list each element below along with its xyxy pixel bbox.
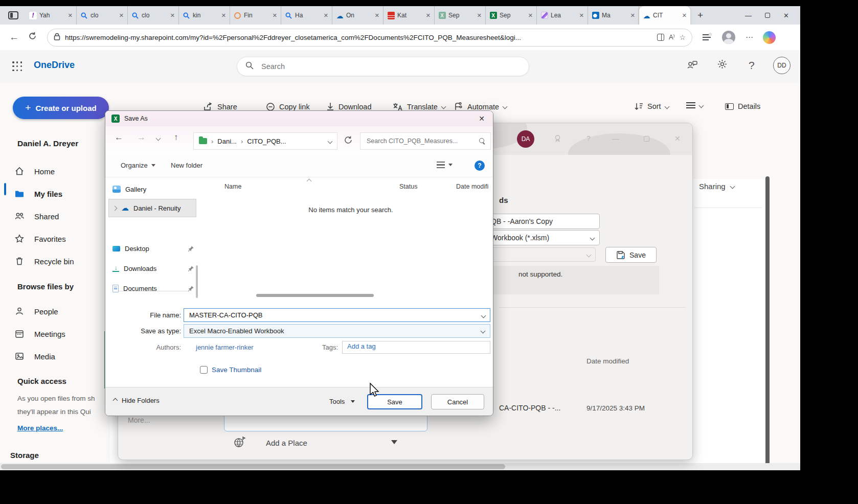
dialog-title-bar[interactable]: X Save As ✕ bbox=[105, 111, 493, 126]
sidebar-item-recycle-bin[interactable]: Recycle bin bbox=[14, 251, 107, 271]
url-bar[interactable]: https://swremodeling-my.sharepoint.com/m… bbox=[47, 29, 692, 47]
file-name-field[interactable] bbox=[184, 308, 490, 322]
sidebar-item-home[interactable]: Home bbox=[14, 161, 107, 181]
up-icon[interactable]: ↑ bbox=[174, 132, 178, 143]
hide-folders-button[interactable]: Hide Folders bbox=[114, 397, 160, 404]
browser-tab-active[interactable]: ☁ CIT ✕ bbox=[639, 6, 690, 25]
help-button[interactable]: ? bbox=[475, 161, 485, 171]
tab-close-icon[interactable]: ✕ bbox=[170, 12, 175, 19]
tab-stack-icon[interactable] bbox=[8, 11, 18, 19]
account-avatar[interactable]: DD bbox=[773, 57, 791, 74]
add-a-place-item[interactable]: Add a Place bbox=[233, 436, 307, 449]
gear-icon[interactable] bbox=[717, 59, 728, 72]
vertical-scrollbar[interactable] bbox=[765, 176, 770, 470]
nav-item-documents[interactable]: Documents bbox=[108, 281, 196, 296]
tab-close-icon[interactable]: ✕ bbox=[68, 12, 73, 19]
favorite-star-icon[interactable]: ☆ bbox=[679, 33, 686, 41]
recent-locations-icon[interactable] bbox=[156, 136, 161, 141]
sort-button[interactable]: Sort bbox=[634, 102, 669, 110]
feedback-icon[interactable] bbox=[687, 59, 698, 72]
browser-tab[interactable]: ☁ On ✕ bbox=[332, 6, 383, 25]
automate-button[interactable]: Automate bbox=[454, 102, 507, 111]
tags-field[interactable] bbox=[342, 341, 490, 354]
browser-tab[interactable]: Ma ✕ bbox=[588, 6, 639, 25]
create-or-upload-button[interactable]: + Create or upload bbox=[13, 97, 109, 119]
organize-button[interactable]: Organize bbox=[121, 162, 155, 169]
tab-close-icon[interactable]: ✕ bbox=[630, 12, 635, 19]
more-places-link[interactable]: More places... bbox=[17, 424, 63, 432]
onedrive-search[interactable] bbox=[237, 57, 529, 76]
browser-menu-icon[interactable]: ⋯ bbox=[746, 33, 754, 42]
refresh-icon[interactable] bbox=[28, 32, 37, 43]
tab-close-icon[interactable]: ✕ bbox=[273, 12, 277, 19]
sidebar-item-favorites[interactable]: Favorites bbox=[14, 228, 107, 249]
tools-button[interactable]: Tools bbox=[329, 398, 355, 405]
breadcrumb-item[interactable]: CITO_PQB... bbox=[247, 138, 286, 145]
excel-file-row-name[interactable]: CA-CITO-PQB - -... bbox=[499, 404, 560, 412]
minimize-icon[interactable]: — bbox=[745, 12, 752, 19]
nav-item-desktop[interactable]: Desktop bbox=[108, 241, 196, 256]
download-button[interactable]: Download bbox=[326, 102, 372, 111]
sharing-column-header[interactable]: Sharing bbox=[699, 182, 734, 191]
back-icon[interactable]: ← bbox=[9, 32, 19, 43]
breadcrumb[interactable]: › Dani... › CITO_PQB... bbox=[193, 132, 337, 150]
breadcrumb-item[interactable]: Dani... bbox=[217, 138, 237, 145]
file-name-input[interactable] bbox=[188, 311, 477, 319]
tab-close-icon[interactable]: ✕ bbox=[682, 12, 687, 19]
view-options-button[interactable] bbox=[686, 102, 703, 108]
excel-save-button[interactable]: Save bbox=[605, 247, 657, 263]
app-launcher-icon[interactable] bbox=[12, 61, 22, 72]
browser-tab[interactable]: Fin ✕ bbox=[230, 6, 281, 25]
browser-tab[interactable]: Ha ✕ bbox=[281, 6, 332, 25]
copilot-icon[interactable] bbox=[763, 31, 776, 44]
browser-tab[interactable]: X Sep ✕ bbox=[435, 6, 486, 25]
excel-secondary-dropdown[interactable] bbox=[486, 247, 596, 262]
tab-close-icon[interactable]: ✕ bbox=[426, 12, 431, 19]
scroll-down-icon[interactable] bbox=[391, 440, 397, 444]
browser-tab[interactable]: clo ✕ bbox=[77, 6, 128, 25]
sidebar-item-media[interactable]: Media bbox=[14, 346, 107, 366]
tags-input[interactable] bbox=[346, 342, 486, 351]
authors-value[interactable]: jennie farmer-rinker bbox=[196, 343, 254, 351]
search-input[interactable] bbox=[260, 62, 521, 71]
dialog-search-box[interactable] bbox=[360, 132, 491, 150]
list-horizontal-scrollbar[interactable] bbox=[256, 294, 374, 297]
browser-tab[interactable]: Kat ✕ bbox=[383, 6, 435, 25]
nav-item-downloads[interactable]: ↓ Downloads bbox=[108, 261, 196, 276]
excel-file-type-dropdown[interactable]: Workbook (*.xlsm) bbox=[486, 230, 600, 245]
read-aloud-icon[interactable]: A) bbox=[669, 33, 674, 41]
tab-close-icon[interactable]: ✕ bbox=[579, 12, 584, 19]
chevron-down-icon[interactable] bbox=[328, 139, 333, 144]
tab-close-icon[interactable]: ✕ bbox=[221, 12, 226, 19]
help-icon[interactable]: ? bbox=[749, 59, 755, 72]
save-as-type-dropdown[interactable]: Excel Macro-Enabled Workbook bbox=[184, 324, 490, 338]
browser-tab[interactable]: kin ✕ bbox=[179, 6, 230, 25]
dialog-search-input[interactable] bbox=[366, 137, 475, 145]
nav-item-gallery[interactable]: Gallery bbox=[108, 181, 196, 197]
translate-button[interactable]: Translate bbox=[393, 102, 445, 111]
column-header-name[interactable]: Name bbox=[224, 183, 241, 190]
view-mode-button[interactable] bbox=[437, 162, 453, 168]
url-text[interactable]: https://swremodeling-my.sharepoint.com/m… bbox=[65, 34, 652, 41]
favorites-list-icon[interactable]: ☆ bbox=[703, 34, 711, 41]
chevron-right-icon[interactable] bbox=[112, 205, 118, 211]
tab-close-icon[interactable]: ✕ bbox=[477, 12, 482, 19]
browser-tab[interactable]: ! Yah ✕ bbox=[26, 6, 77, 25]
save-thumbnail-option[interactable]: Save Thumbnail bbox=[200, 366, 261, 374]
close-icon[interactable]: ✕ bbox=[783, 12, 789, 19]
tab-close-icon[interactable]: ✕ bbox=[375, 12, 379, 19]
sidebar-item-shared[interactable]: Shared bbox=[14, 206, 107, 226]
browser-tab[interactable]: X Sep ✕ bbox=[486, 6, 537, 25]
cancel-button[interactable]: Cancel bbox=[431, 394, 484, 409]
tab-close-icon[interactable]: ✕ bbox=[528, 12, 533, 19]
checkbox-icon[interactable] bbox=[200, 366, 208, 374]
excel-file-name-field[interactable]: QB - -Aaron's Copy bbox=[486, 214, 600, 229]
tab-close-icon[interactable]: ✕ bbox=[119, 12, 124, 19]
browser-tab[interactable]: clo ✕ bbox=[128, 6, 179, 25]
chevron-down-icon[interactable] bbox=[481, 313, 486, 318]
tab-close-icon[interactable]: ✕ bbox=[324, 12, 328, 19]
sidebar-item-my-files[interactable]: My files bbox=[14, 184, 107, 204]
nav-pane-scrollbar[interactable] bbox=[196, 265, 198, 298]
column-header-date[interactable]: Date modifi bbox=[456, 183, 488, 190]
restore-icon[interactable] bbox=[765, 13, 770, 18]
